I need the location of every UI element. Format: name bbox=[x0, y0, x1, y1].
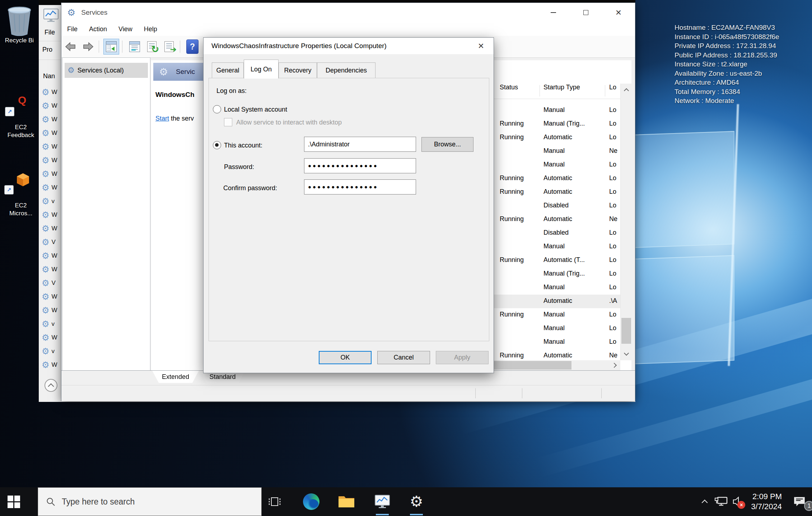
menu-item[interactable]: File bbox=[61, 25, 83, 33]
tree-item-services-local[interactable]: ⚙ Services (Local) bbox=[65, 63, 148, 78]
browse-button[interactable]: Browse... bbox=[421, 137, 473, 152]
column-header-log-on-as[interactable]: Lo bbox=[609, 84, 620, 91]
edge-button[interactable] bbox=[300, 487, 322, 516]
action-center-button[interactable]: 1 bbox=[787, 487, 812, 516]
cancel-button[interactable]: Cancel bbox=[377, 351, 430, 364]
service-list-row[interactable]: Manual (Trig... Lo bbox=[493, 267, 620, 281]
scrollbar-thumb[interactable] bbox=[493, 361, 571, 370]
back-button[interactable] bbox=[63, 39, 79, 55]
scroll-right-arrow[interactable] bbox=[608, 360, 620, 370]
tab-dependencies[interactable]: Dependencies bbox=[317, 62, 375, 78]
service-list-row[interactable]: Disabled Lo bbox=[493, 199, 620, 213]
scroll-down-arrow[interactable] bbox=[621, 348, 632, 360]
cell-startup-type: Automatic bbox=[543, 133, 604, 141]
mute-x-icon: × bbox=[737, 501, 745, 509]
maximize-button[interactable] bbox=[574, 3, 597, 22]
service-gear-icon: ⚙ bbox=[42, 142, 50, 152]
scroll-up-button[interactable] bbox=[45, 379, 57, 392]
dialog-close-button[interactable]: × bbox=[471, 38, 491, 54]
desktop-icon-recycle-bin[interactable]: Recycle Bi bbox=[1, 6, 37, 44]
export-list-button[interactable]: ➔ bbox=[161, 39, 177, 55]
service-list-row[interactable]: Manual Lo bbox=[493, 240, 620, 254]
service-list-row[interactable]: Running Automatic Lo bbox=[493, 186, 620, 199]
horizontal-scrollbar[interactable] bbox=[493, 360, 620, 370]
service-list-row[interactable]: Disabled Lo bbox=[493, 226, 620, 240]
search-input[interactable] bbox=[61, 497, 235, 507]
cell-startup-type: Manual bbox=[543, 161, 604, 168]
tab-extended[interactable]: Extended bbox=[152, 371, 199, 383]
desktop-icon-ec2-feedback[interactable]: Q ↗ EC2 Feedback bbox=[2, 94, 39, 139]
taskbar-search[interactable] bbox=[38, 487, 262, 516]
service-list-row[interactable]: Running Automatic Ne bbox=[493, 213, 620, 226]
taskbar-clock[interactable]: 2:09 PM 3/7/2024 bbox=[751, 492, 782, 512]
refresh-button[interactable]: ↻ bbox=[144, 39, 160, 55]
service-list-row[interactable]: Automatic .\A bbox=[493, 295, 620, 308]
column-header-startup-type[interactable]: Startup Type bbox=[543, 84, 604, 91]
column-header-status[interactable]: Status bbox=[500, 84, 538, 91]
service-list-row[interactable]: Manual Lo bbox=[493, 322, 620, 336]
refresh-icon: ↻ bbox=[146, 41, 158, 53]
desktop-icon-ec2-microservice[interactable]: ↗ EC2 Micros... bbox=[2, 172, 39, 217]
password-input[interactable]: ●●●●●●●●●●●●●●● bbox=[304, 158, 416, 173]
services-app-button[interactable]: ⚙ bbox=[406, 487, 427, 516]
service-list-row[interactable]: Running Automatic Lo bbox=[493, 131, 620, 145]
minimize-button[interactable] bbox=[542, 3, 565, 22]
service-list-row[interactable]: Running Manual Lo bbox=[493, 308, 620, 322]
ok-button[interactable]: OK bbox=[319, 351, 372, 364]
tab-general[interactable]: General bbox=[212, 62, 244, 78]
apply-button[interactable]: Apply bbox=[436, 351, 489, 364]
cell-status: Running bbox=[500, 256, 538, 264]
cell-log-on-as: Ne bbox=[609, 215, 620, 223]
network-status[interactable] bbox=[713, 487, 729, 516]
service-list-row[interactable]: Manual Lo bbox=[493, 281, 620, 295]
forward-button[interactable] bbox=[80, 39, 96, 55]
tab-recovery[interactable]: Recovery bbox=[279, 62, 317, 78]
service-list-row[interactable]: Running Manual (Trig... Lo bbox=[493, 117, 620, 131]
local-system-radio[interactable] bbox=[213, 105, 221, 113]
volume-muted[interactable]: × bbox=[729, 487, 746, 516]
show-console-tree-button[interactable] bbox=[103, 39, 119, 55]
close-button[interactable]: × bbox=[607, 3, 630, 22]
menu-item[interactable]: Help bbox=[138, 25, 163, 33]
vertical-scrollbar[interactable] bbox=[620, 84, 632, 360]
maximize-icon bbox=[583, 10, 588, 15]
server-manager-button[interactable] bbox=[372, 487, 393, 516]
services-gear-icon: ⚙ bbox=[159, 66, 168, 78]
tab-log-on[interactable]: Log On bbox=[244, 60, 279, 79]
service-name-fragment: W bbox=[52, 102, 57, 109]
service-gear-icon: ⚙ bbox=[42, 305, 50, 315]
account-input[interactable] bbox=[304, 137, 416, 152]
scroll-up-arrow[interactable] bbox=[621, 84, 632, 96]
service-list-row[interactable]: Running Automatic Lo bbox=[493, 172, 620, 186]
service-list-row[interactable]: Manual Lo bbox=[493, 336, 620, 349]
this-account-radio[interactable] bbox=[213, 141, 221, 149]
confirm-password-input[interactable]: ●●●●●●●●●●●●●●● bbox=[304, 179, 416, 194]
start-service-link[interactable]: Start bbox=[155, 115, 169, 122]
help-button[interactable]: ? bbox=[185, 39, 200, 55]
cell-startup-type: Automatic bbox=[543, 297, 604, 305]
clock-date: 3/7/2024 bbox=[751, 502, 782, 512]
tray-expand-button[interactable] bbox=[696, 487, 713, 516]
menu-item[interactable]: View bbox=[113, 25, 138, 33]
scrollbar-thumb[interactable] bbox=[621, 318, 631, 344]
service-list-row[interactable]: Running Automatic (T... Lo bbox=[493, 254, 620, 267]
bg-toolbar-label[interactable]: Pro bbox=[42, 46, 52, 53]
bg-menu-file[interactable]: File bbox=[45, 29, 55, 36]
task-view-button[interactable] bbox=[264, 487, 285, 516]
service-name-fragment: W bbox=[52, 334, 57, 341]
properties-button[interactable] bbox=[127, 39, 143, 55]
file-explorer-button[interactable] bbox=[336, 487, 357, 516]
desktop-icon-label: EC2 bbox=[2, 123, 39, 131]
services-titlebar[interactable]: ⚙ Services × bbox=[61, 3, 635, 22]
service-list-row[interactable]: Manual Lo bbox=[493, 158, 620, 172]
window-title: Services bbox=[81, 9, 107, 17]
interact-desktop-checkbox[interactable] bbox=[224, 118, 232, 126]
menu-item[interactable]: Action bbox=[83, 25, 113, 33]
system-tray: × 2:09 PM 3/7/2024 1 bbox=[696, 487, 812, 516]
dialog-titlebar[interactable]: WindowsChaosInfrastructure Properties (L… bbox=[204, 38, 494, 54]
service-list-row[interactable]: Manual Lo bbox=[493, 104, 620, 117]
start-button[interactable] bbox=[0, 487, 27, 516]
cell-log-on-as: Lo bbox=[609, 311, 620, 318]
service-list-row[interactable]: Manual Ne bbox=[493, 145, 620, 158]
bg-name-column-header[interactable]: Nan bbox=[43, 72, 55, 80]
